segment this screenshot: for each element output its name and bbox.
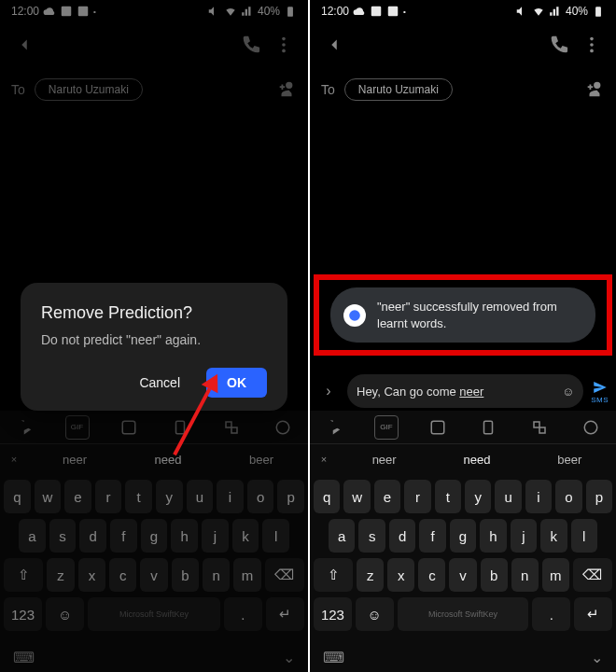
space-key[interactable]: Microsoft SwiftKey: [398, 597, 529, 631]
swiftkey-keyboard: GIF × neer need beer qwertyuiop asdfghjk…: [310, 411, 616, 672]
svg-rect-9: [371, 7, 382, 17]
dialog-title: Remove Prediction?: [41, 303, 267, 323]
period-key[interactable]: .: [532, 597, 570, 631]
svg-point-12: [590, 37, 594, 41]
suggestion-2[interactable]: need: [430, 453, 523, 467]
shift-key[interactable]: ⇧: [314, 558, 353, 592]
key-z[interactable]: z: [357, 558, 384, 592]
cloud-icon: [353, 5, 366, 18]
keyboard-collapse-icon[interactable]: ⌄: [591, 649, 603, 666]
emoji-key[interactable]: ☺: [356, 597, 394, 631]
translate-button[interactable]: [527, 415, 552, 440]
app-header: [310, 22, 616, 67]
annotation-highlight-box: "neer" successfully removed from learnt …: [314, 274, 612, 356]
add-recipient-button[interactable]: [584, 78, 605, 102]
key-i[interactable]: i: [525, 480, 552, 513]
bing-icon[interactable]: [323, 415, 347, 440]
key-h[interactable]: h: [480, 519, 506, 553]
backspace-key[interactable]: ⌫: [573, 558, 612, 592]
svg-point-15: [349, 310, 360, 321]
wifi-icon: [532, 5, 545, 18]
to-label: To: [321, 82, 335, 97]
key-y[interactable]: y: [465, 480, 491, 513]
suggestion-1[interactable]: neer: [338, 453, 430, 467]
check-icon: [386, 5, 399, 18]
key-f[interactable]: f: [419, 519, 445, 553]
info-button[interactable]: [579, 415, 603, 440]
svg-rect-10: [388, 7, 399, 17]
expand-compose-button[interactable]: ›: [317, 383, 340, 399]
num-key[interactable]: 123: [314, 597, 352, 631]
svg-rect-11: [595, 7, 601, 16]
svg-point-18: [584, 421, 597, 434]
key-s[interactable]: s: [358, 519, 385, 553]
compose-row: › Hey, Can go come neer ☺ SMS: [310, 371, 616, 411]
key-d[interactable]: d: [389, 519, 415, 553]
svg-rect-17: [484, 421, 493, 434]
suggestion-3[interactable]: beer: [524, 453, 616, 467]
key-b[interactable]: b: [481, 558, 508, 592]
snackbar-text: "neer" successfully removed from learnt …: [377, 299, 582, 331]
recipient-row: To Naruto Uzumaki: [310, 67, 616, 112]
snackbar-zone: "neer" successfully removed from learnt …: [310, 271, 616, 359]
swiftkey-app-icon: [343, 304, 366, 327]
key-e[interactable]: e: [374, 480, 400, 513]
remove-prediction-dialog: Remove Prediction? Do not predict "neer"…: [21, 283, 287, 411]
sticker-button[interactable]: [426, 415, 450, 440]
dialog-scrim[interactable]: Remove Prediction? Do not predict "neer"…: [0, 0, 308, 672]
image-icon: [370, 5, 383, 18]
compose-text: Hey, Can go come neer: [357, 385, 483, 399]
status-bar: 12:00 • 40%: [310, 0, 616, 22]
compose-input[interactable]: Hey, Can go come neer ☺: [347, 374, 583, 408]
send-button[interactable]: SMS: [591, 379, 609, 404]
right-phone-screen: 12:00 • 40% To Naruto Uzumaki "neer": [308, 0, 616, 672]
snackbar-toast: "neer" successfully removed from learnt …: [330, 287, 595, 343]
ok-button[interactable]: OK: [206, 368, 267, 398]
key-w[interactable]: w: [343, 480, 370, 513]
battery-pct: 40%: [566, 5, 588, 18]
key-p[interactable]: p: [586, 480, 612, 513]
key-k[interactable]: k: [540, 519, 567, 553]
key-j[interactable]: j: [511, 519, 537, 553]
key-v[interactable]: v: [449, 558, 476, 592]
key-n[interactable]: n: [511, 558, 539, 592]
cancel-button[interactable]: Cancel: [130, 368, 189, 398]
call-button[interactable]: [541, 28, 575, 62]
key-l[interactable]: l: [571, 519, 597, 553]
recipient-chip[interactable]: Naruto Uzumaki: [344, 78, 453, 101]
svg-point-14: [590, 49, 594, 53]
key-c[interactable]: c: [418, 558, 445, 592]
gif-button[interactable]: GIF: [374, 415, 399, 440]
keyboard-switch-icon[interactable]: ⌨: [323, 649, 344, 666]
key-r[interactable]: r: [404, 480, 430, 513]
mute-icon: [515, 5, 528, 18]
dialog-message: Do not predict "neer" again.: [41, 332, 267, 347]
key-m[interactable]: m: [542, 558, 569, 592]
enter-key[interactable]: ↵: [574, 597, 612, 631]
key-q[interactable]: q: [314, 480, 340, 513]
clipboard-button[interactable]: [476, 415, 500, 440]
key-t[interactable]: t: [435, 480, 461, 513]
status-time: 12:00: [321, 5, 349, 18]
signal-icon: [549, 5, 562, 18]
dot-icon: •: [403, 7, 406, 16]
key-a[interactable]: a: [329, 519, 355, 553]
key-u[interactable]: u: [495, 480, 521, 513]
svg-point-13: [590, 43, 594, 47]
emoji-button[interactable]: ☺: [562, 385, 574, 399]
back-button[interactable]: [317, 28, 351, 62]
suggestion-delete[interactable]: ×: [310, 454, 338, 465]
key-x[interactable]: x: [387, 558, 414, 592]
key-o[interactable]: o: [555, 480, 581, 513]
key-g[interactable]: g: [450, 519, 476, 553]
keyboard-keys: qwertyuiop asdfghjkl ⇧zxcvbnm⌫ 123 ☺ Mic…: [310, 474, 616, 642]
left-phone-screen: 12:00 • 40% To Naruto Uzumaki GIF: [0, 0, 308, 672]
battery-icon: [592, 5, 605, 18]
more-button[interactable]: [575, 28, 609, 62]
svg-rect-16: [431, 421, 444, 434]
